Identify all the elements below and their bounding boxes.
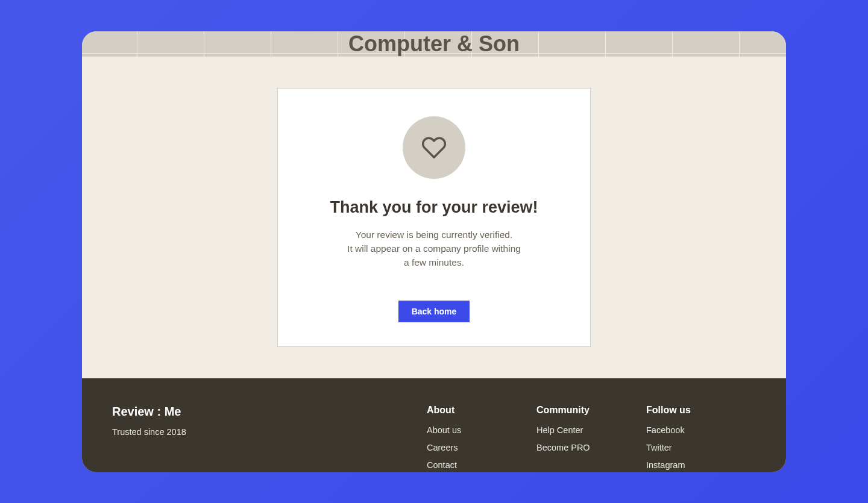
card-title: Thank you for your review! [330, 198, 538, 217]
app-window: Computer & Son Thank you for your review… [82, 31, 786, 472]
back-home-button[interactable]: Back home [398, 301, 470, 322]
footer-col-follow: Follow us Facebook Twitter Instagram [646, 405, 756, 455]
main-content: Thank you for your review! Your review i… [82, 57, 786, 379]
header: Computer & Son [82, 31, 786, 57]
footer-brand-tagline: Trusted since 2018 [112, 427, 427, 437]
footer-link-help-center[interactable]: Help Center [536, 425, 646, 435]
footer-link-become-pro[interactable]: Become PRO [536, 443, 646, 452]
footer-columns: About About us Careers Contact Community… [427, 405, 756, 455]
footer-col-title: Community [536, 405, 646, 416]
footer-link-contact[interactable]: Contact [427, 460, 536, 470]
footer-brand: Review : Me Trusted since 2018 [112, 405, 427, 455]
page-title: Computer & Son [348, 31, 520, 57]
footer-col-title: Follow us [646, 405, 756, 416]
footer-col-community: Community Help Center Become PRO [536, 405, 646, 455]
card-description: Your review is being currently verified.… [347, 228, 521, 270]
icon-circle [403, 116, 465, 179]
footer-link-facebook[interactable]: Facebook [646, 425, 756, 435]
footer-col-title: About [427, 405, 536, 416]
footer-link-about-us[interactable]: About us [427, 425, 536, 435]
footer-brand-title: Review : Me [112, 405, 427, 419]
footer-link-careers[interactable]: Careers [427, 443, 536, 452]
footer: Review : Me Trusted since 2018 About Abo… [82, 378, 786, 472]
footer-link-twitter[interactable]: Twitter [646, 443, 756, 452]
footer-col-about: About About us Careers Contact [427, 405, 536, 455]
footer-link-instagram[interactable]: Instagram [646, 460, 756, 470]
heart-icon [421, 135, 447, 160]
thank-you-card: Thank you for your review! Your review i… [277, 88, 591, 348]
